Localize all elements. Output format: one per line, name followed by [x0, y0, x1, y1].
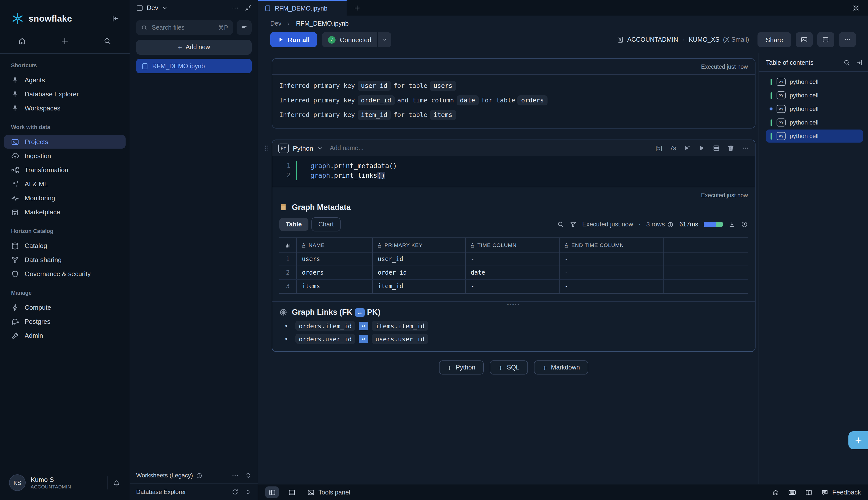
- worksheets-legacy-row[interactable]: Worksheets (Legacy): [130, 467, 258, 484]
- run-all-button[interactable]: Run all: [270, 32, 317, 47]
- sidebar-item-database-explorer[interactable]: Database Explorer: [4, 87, 125, 101]
- table-cell[interactable]: date: [466, 266, 559, 280]
- sidebar-item-transformation[interactable]: Transformation: [4, 163, 125, 177]
- table-cell[interactable]: orders: [297, 266, 373, 280]
- toc-item[interactable]: PYpython cell: [766, 75, 863, 88]
- schedule-button[interactable]: [817, 32, 834, 47]
- cell-name-input[interactable]: Add name...: [330, 145, 364, 151]
- collapse-sidebar-icon[interactable]: [112, 14, 120, 23]
- filter-icon[interactable]: [570, 221, 577, 228]
- code-editor[interactable]: 1graph.print_metadata()2graph.print_link…: [272, 156, 755, 187]
- column-header-time-column[interactable]: ATIME COLUMN: [466, 238, 559, 252]
- drag-handle-icon[interactable]: [263, 144, 270, 152]
- user-row[interactable]: KS Kumo S ACCOUNTADMIN: [0, 467, 130, 500]
- column-header-name[interactable]: ANAME: [297, 238, 373, 252]
- table-cell[interactable]: -: [559, 280, 664, 293]
- toggle-bottom-panel-button[interactable]: [285, 487, 298, 498]
- docs-icon[interactable]: [805, 489, 812, 496]
- ai-assistant-button[interactable]: [848, 431, 868, 449]
- sidebar-item-compute[interactable]: Compute: [4, 301, 125, 314]
- add-sql-cell-button[interactable]: +SQL: [490, 361, 528, 375]
- file-item-rfm-demo[interactable]: RFM_DEMO.ipynb: [136, 59, 252, 73]
- chevron-down-icon[interactable]: [162, 5, 168, 11]
- info-icon[interactable]: [667, 221, 674, 228]
- table-cell[interactable]: items: [297, 280, 373, 293]
- sidebar-item-ai-ml[interactable]: AI & ML: [4, 177, 125, 191]
- sidebar-item-projects[interactable]: Projects: [4, 135, 125, 149]
- sidebar-item-workspaces[interactable]: Workspaces: [4, 101, 125, 115]
- cell-more-icon[interactable]: [742, 145, 749, 151]
- code-line[interactable]: 1graph.print_metadata(): [272, 161, 755, 171]
- feedback-button[interactable]: Feedback: [821, 488, 861, 496]
- code-line[interactable]: 2graph.print_links(): [272, 171, 755, 180]
- add-python-cell-button[interactable]: +Python: [439, 361, 484, 375]
- column-header-primary-key[interactable]: APRIMARY KEY: [373, 238, 466, 252]
- resize-handle-icon[interactable]: •••••: [272, 302, 755, 308]
- tab-rfm-demo[interactable]: RFM_DEMO.ipynb: [258, 0, 347, 15]
- sidebar-item-catalog[interactable]: Catalog: [4, 239, 125, 252]
- home-icon[interactable]: [772, 489, 779, 496]
- add-markdown-cell-button[interactable]: +Markdown: [534, 361, 589, 375]
- bell-icon[interactable]: [112, 479, 121, 487]
- workspace-title[interactable]: Dev: [147, 4, 158, 12]
- sidebar-item-monitoring[interactable]: Monitoring: [4, 191, 125, 205]
- table-cell[interactable]: user_id: [373, 252, 466, 266]
- toggle-left-panel-button[interactable]: [265, 487, 279, 498]
- table-cell[interactable]: item_id: [373, 280, 466, 293]
- share-button[interactable]: Share: [758, 32, 791, 47]
- delete-cell-icon[interactable]: [727, 145, 734, 151]
- more-options-icon[interactable]: [232, 472, 238, 479]
- table-cell[interactable]: -: [559, 252, 664, 266]
- new-icon[interactable]: [61, 37, 69, 45]
- sort-files-button[interactable]: [237, 20, 252, 35]
- toc-item[interactable]: PYpython cell: [766, 129, 863, 143]
- keyboard-shortcuts-icon[interactable]: [788, 488, 796, 496]
- toc-item[interactable]: PYpython cell: [766, 89, 863, 102]
- collapse-toc-icon[interactable]: [856, 59, 863, 66]
- tools-panel-toggle[interactable]: Tools panel: [308, 489, 350, 496]
- expand-collapse-icon[interactable]: [245, 488, 252, 496]
- collapse-panel-icon[interactable]: [245, 4, 252, 11]
- tab-chart[interactable]: Chart: [311, 217, 341, 231]
- context-info[interactable]: ACCOUNTADMIN ◦ KUMO_XS (X-Small): [616, 36, 749, 43]
- table-cell[interactable]: -: [559, 266, 664, 280]
- sidebar-item-postgres[interactable]: Postgres: [4, 315, 125, 328]
- cell-language[interactable]: Python: [293, 144, 313, 152]
- column-header-end-time-column[interactable]: AEND TIME COLUMN: [559, 238, 664, 252]
- breadcrumb-workspace[interactable]: Dev: [270, 20, 281, 27]
- home-icon[interactable]: [18, 37, 26, 45]
- expand-collapse-icon[interactable]: [245, 472, 252, 479]
- new-tab-button[interactable]: [347, 0, 368, 15]
- run-with-ai-icon[interactable]: [684, 145, 691, 151]
- refresh-icon[interactable]: [232, 488, 238, 496]
- results-table[interactable]: ANAMEAPRIMARY KEYATIME COLUMNAEND TIME C…: [279, 237, 748, 294]
- sidebar-item-agents[interactable]: Agents: [4, 73, 125, 87]
- settings-button[interactable]: [852, 0, 868, 15]
- previous-cell-output[interactable]: Executed just now Inferred primary key u…: [272, 58, 756, 128]
- sidebar-item-data-sharing[interactable]: Data sharing: [4, 253, 125, 266]
- table-cell[interactable]: order_id: [373, 266, 466, 280]
- layout-icon[interactable]: [713, 145, 720, 151]
- run-cell-icon[interactable]: [698, 145, 705, 151]
- table-cell[interactable]: -: [466, 252, 559, 266]
- download-icon[interactable]: [728, 221, 735, 228]
- history-icon[interactable]: [741, 221, 748, 228]
- database-explorer-row[interactable]: Database Explorer: [130, 484, 258, 500]
- tools-panel-button[interactable]: [796, 32, 813, 47]
- search-results-icon[interactable]: [557, 221, 564, 228]
- toc-search-icon[interactable]: [843, 59, 850, 66]
- sidebar-item-governance-security[interactable]: Governance & security: [4, 267, 125, 281]
- sidebar-item-ingestion[interactable]: Ingestion: [4, 149, 125, 163]
- connection-menu-button[interactable]: [377, 32, 391, 47]
- table-cell[interactable]: users: [297, 252, 373, 266]
- more-options-icon[interactable]: [232, 4, 238, 11]
- sidebar-item-admin[interactable]: Admin: [4, 329, 125, 342]
- toc-item[interactable]: PYpython cell: [766, 116, 863, 129]
- chevron-down-icon[interactable]: [317, 145, 324, 151]
- sidebar-item-marketplace[interactable]: Marketplace: [4, 205, 125, 219]
- tab-table[interactable]: Table: [279, 218, 308, 231]
- search-files-input[interactable]: Search files ⌘P: [136, 20, 233, 35]
- search-icon[interactable]: [103, 37, 112, 45]
- python-cell[interactable]: PY Python Add name... [5] 7s: [272, 139, 756, 352]
- table-cell[interactable]: -: [466, 280, 559, 293]
